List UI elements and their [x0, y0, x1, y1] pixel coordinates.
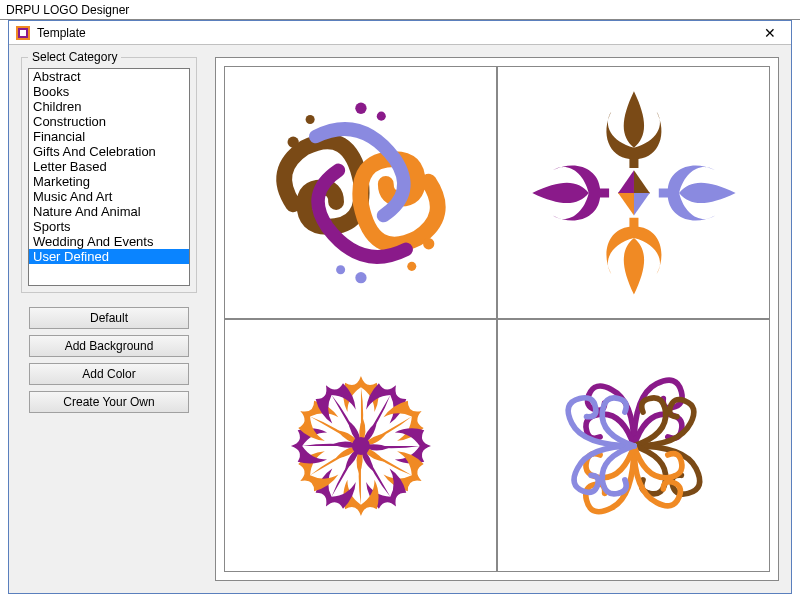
- template-scrollwork-diamond[interactable]: [497, 319, 770, 572]
- add-color-button[interactable]: Add Color: [29, 363, 189, 385]
- close-button[interactable]: ✕: [755, 23, 785, 43]
- svg-point-4: [305, 115, 314, 124]
- category-item[interactable]: Sports: [29, 219, 189, 234]
- swirl-ornament-icon: [239, 80, 483, 306]
- category-item[interactable]: Nature And Animal: [29, 204, 189, 219]
- template-gallery: [215, 57, 779, 581]
- svg-point-10: [336, 265, 345, 274]
- dialog-titlebar: Template ✕: [9, 21, 791, 45]
- app-title: DRPU LOGO Designer: [0, 0, 800, 20]
- dialog-title: Template: [37, 26, 755, 40]
- svg-point-8: [376, 111, 385, 120]
- svg-point-11: [351, 436, 369, 454]
- template-floral-mandala[interactable]: [224, 319, 497, 572]
- category-item[interactable]: Financial: [29, 129, 189, 144]
- category-item[interactable]: Gifts And Celebration: [29, 144, 189, 159]
- category-item[interactable]: Abstract: [29, 69, 189, 84]
- svg-point-6: [407, 261, 416, 270]
- category-item[interactable]: Children: [29, 99, 189, 114]
- create-your-own-button[interactable]: Create Your Own: [29, 391, 189, 413]
- category-item[interactable]: User Defined: [29, 249, 189, 264]
- category-groupbox: Select Category AbstractBooksChildrenCon…: [21, 57, 197, 293]
- svg-point-7: [355, 102, 366, 113]
- floral-mandala-icon: [239, 333, 483, 559]
- category-list[interactable]: AbstractBooksChildrenConstructionFinanci…: [28, 68, 190, 286]
- template-dialog: Template ✕ Select Category AbstractBooks…: [8, 20, 792, 594]
- svg-point-9: [355, 272, 366, 283]
- template-fleur-de-lis-compass[interactable]: [497, 66, 770, 319]
- add-background-button[interactable]: Add Background: [29, 335, 189, 357]
- category-item[interactable]: Letter Based: [29, 159, 189, 174]
- category-item[interactable]: Music And Art: [29, 189, 189, 204]
- app-icon: [15, 25, 31, 41]
- svg-point-3: [287, 136, 298, 147]
- category-item[interactable]: Marketing: [29, 174, 189, 189]
- category-group-label: Select Category: [28, 50, 121, 64]
- category-item[interactable]: Books: [29, 84, 189, 99]
- dialog-body: Select Category AbstractBooksChildrenCon…: [9, 45, 791, 593]
- scrollwork-diamond-icon: [512, 333, 756, 559]
- svg-rect-2: [20, 30, 26, 36]
- default-button[interactable]: Default: [29, 307, 189, 329]
- category-item[interactable]: Construction: [29, 114, 189, 129]
- sidebar: Select Category AbstractBooksChildrenCon…: [21, 57, 197, 581]
- svg-point-5: [423, 238, 434, 249]
- fleur-de-lis-compass-icon: [512, 80, 756, 306]
- template-swirl-ornament[interactable]: [224, 66, 497, 319]
- category-item[interactable]: Wedding And Events: [29, 234, 189, 249]
